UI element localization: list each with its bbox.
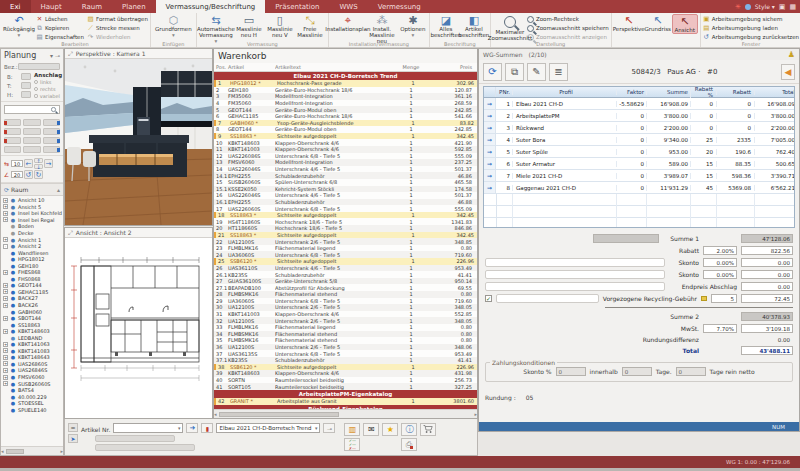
scroll-left-icon[interactable]: ◂ (1, 448, 4, 454)
tage-input[interactable]: 0 (676, 367, 706, 376)
table-row[interactable]: 34 FLMBSMK16 Flächenmaterial stehend 1 0… (214, 331, 477, 338)
rotate-step-input[interactable]: 20 (11, 171, 23, 178)
document-info-button[interactable]: ⓘ (401, 423, 417, 436)
rotate-ccw-button[interactable]: ↺ (24, 170, 33, 179)
scroll-up-icon[interactable]: ▴ (57, 186, 60, 193)
ribbon-tab[interactable]: Vermessung (368, 0, 431, 13)
placement-button[interactable] (23, 128, 40, 135)
pin-icon[interactable]: ⊸ (55, 52, 60, 59)
installationsplan-button[interactable]: ⌖ Installationsplan (331, 14, 365, 32)
recycling-qty-input[interactable]: 5 (711, 294, 737, 303)
table-row[interactable]: 19 HS4T11860S Hochschrank 18/6 - Tiefe 5… (214, 218, 477, 225)
dimension-line-h-button[interactable]: ▭ Masslinie neu H (233, 14, 265, 38)
workspace-save-button[interactable]: ▣Arbeitsumgebung sichern (703, 15, 799, 23)
table-row[interactable]: 38 SSB6120 * Sichtseite aufgedoppelt 1 2… (214, 364, 477, 371)
expand-icon[interactable]: + (3, 355, 8, 360)
expand-icon[interactable]: + (3, 211, 8, 216)
apply-article-button[interactable]: ➜ (186, 423, 198, 433)
viewport-resize-icon[interactable]: ⤢ (68, 50, 73, 58)
table-row[interactable]: 42 GRANIT * Arbeitsplatte aus Granit 1 3… (214, 398, 477, 405)
catalog-book-button[interactable]: ▥ (344, 423, 360, 436)
table-row[interactable]: → 3 Rückwand 0 2'200.00 0 0 2'200.00 (484, 122, 794, 134)
expand-icon[interactable]: + (3, 237, 8, 242)
redo-button[interactable]: ↷Wiederholen (87, 33, 148, 41)
measure-distance-button[interactable]: ⟋Strecke messen (87, 24, 148, 32)
delete-button[interactable]: ✕Löschen (36, 15, 84, 23)
expand-icon[interactable]: + (3, 329, 8, 334)
grundriss-button[interactable]: ↖ Grundriss (644, 14, 672, 32)
expand-icon[interactable]: + (3, 289, 8, 294)
skonto-percent-input[interactable]: 0 (556, 367, 586, 376)
expand-icon[interactable]: + (3, 316, 8, 321)
table-row[interactable]: 16 UAS226046S Unterschrank 4/6 - Tiefe 5… (214, 192, 477, 199)
placement-button[interactable] (4, 146, 21, 153)
cart-button[interactable] (420, 423, 436, 436)
scroll-left-icon[interactable]: ◂ (214, 411, 217, 417)
skonto1-percent-input[interactable]: 0.00% (703, 258, 737, 267)
placement-button[interactable] (4, 137, 21, 144)
endpreis-text-field[interactable] (485, 282, 665, 291)
catalog-select[interactable]: Elbau 2021 CH-D-Borretsch Trend▾ (216, 423, 320, 433)
col-rabatt-prozent[interactable]: Rabatt % (690, 86, 716, 98)
expand-icon[interactable]: + (3, 296, 8, 301)
account-icon[interactable] (745, 4, 751, 10)
expand-icon[interactable]: + (3, 270, 8, 275)
expand-icon[interactable]: + (3, 217, 8, 222)
expand-icon[interactable]: + (3, 361, 8, 366)
rotate-cw-button[interactable]: ↻ (34, 170, 43, 179)
scrollbar-thumb[interactable] (6, 449, 24, 454)
table-row[interactable]: 16.1 EPH2255 Schubladenzubehör 1 46.88 (214, 199, 477, 206)
scroll-right-icon[interactable]: ▸ (474, 411, 477, 417)
table-row[interactable]: 6 GEHAC1185 Geräte-Euro-Hochschrank 18/6… (214, 113, 477, 120)
col-pos[interactable]: Pos. (214, 64, 228, 70)
table-row[interactable]: → 4 Suter Bora 0 9'340.00 25 2335 7'005.… (484, 134, 794, 146)
article-search-input[interactable] (4, 105, 60, 114)
row-arrow-icon[interactable]: → (484, 170, 496, 181)
move-step-input[interactable]: 10 (11, 160, 23, 167)
col-preis[interactable]: Preis (431, 64, 475, 70)
back-arrow-button[interactable]: ◀ (781, 64, 795, 80)
table-row[interactable]: 15 SUSB26060S Spülen-Unterschrank 6/8 1 … (214, 179, 477, 186)
col-artikel[interactable]: Artikel (228, 64, 275, 70)
table-row[interactable]: 1 HPG18012 * Hochschrank-Pass gerade 1 3… (214, 80, 477, 87)
perspektive-button[interactable]: ↖ Perspektive (614, 14, 644, 32)
3d-kitchen-render[interactable] (65, 59, 212, 225)
grundformen-button[interactable]: ⬡ Grundformen▾ (156, 14, 190, 38)
checklist-button[interactable]: ✓—✓—✗— (344, 438, 360, 451)
col-profil[interactable]: Profil (512, 89, 616, 95)
table-row[interactable]: 24 UA36060S Unterschrank 6/8 - Tiefe 5 1… (214, 251, 477, 258)
table-row[interactable]: 17 UAS226060S Unterschrank 6/8 - Tiefe 5… (214, 205, 477, 212)
table-row[interactable]: 12 UAS226086S Unterschrank 6/8 - Tiefe 5… (214, 153, 477, 160)
table-row[interactable]: 30 UA12100S Unterschrank 2/6 - Tiefe 5 1… (214, 304, 477, 311)
dimension-line-v-button[interactable]: ▯ Masslinie neu V (265, 14, 295, 38)
edit-document-button[interactable]: ✎ (527, 63, 546, 81)
table-row[interactable]: → 2 ArbeitsplattePM 0 3'800.00 0 0 3'800… (484, 110, 794, 122)
table-row[interactable]: 5 GEOT144 Geräte-Euro-Modul oben 1 242.8… (214, 106, 477, 113)
radio-variabel[interactable]: variabel (34, 92, 60, 99)
table-row[interactable]: 9 SS18863 * Sichtseite aufgedoppelt 1 34… (214, 133, 477, 140)
b-field[interactable] (21, 73, 31, 80)
row-arrow-icon[interactable]: → (484, 110, 496, 121)
ribbon-tab[interactable]: Raum (72, 0, 112, 13)
row-arrow-icon[interactable]: → (484, 98, 496, 109)
placement-button[interactable] (4, 128, 21, 135)
tree-item[interactable]: ● SPUELE140 (3, 407, 63, 414)
expand-icon[interactable]: + (3, 283, 8, 288)
expand-icon[interactable]: + (3, 381, 8, 386)
move-down-button[interactable]: ↓ (34, 164, 43, 169)
table-row[interactable]: 40 SORTN Raumteilersockel beidseitig 1 2… (214, 377, 477, 384)
placement-button[interactable] (23, 137, 40, 144)
table-row[interactable]: 27 GUAS36100S Geräte-Unterschrank 5/8 1 … (214, 278, 477, 285)
ruler-tool-button[interactable]: ▮ (201, 423, 213, 433)
format-painter-button[interactable]: ▨Format übertragen (87, 15, 148, 23)
recycling-checkbox[interactable]: ✓ (485, 295, 492, 302)
expand-icon[interactable]: + (3, 348, 8, 353)
copy-button[interactable]: ⧉Kopieren (36, 24, 84, 32)
chevron-down-icon[interactable]: ▾ (50, 52, 53, 59)
table-row[interactable]: 18 SS18863 * Sichtseite aufgedoppelt 1 3… (214, 212, 477, 219)
label-all-button[interactable]: ◪ Alles beschriften (432, 14, 460, 38)
print-document-button[interactable]: ⎙ (401, 438, 417, 451)
table-row[interactable]: 37 UAS36135S Unterschrank 6/8 - Tiefe 5 … (214, 350, 477, 357)
col-rabatt[interactable]: Rabatt (716, 89, 754, 95)
skonto2-percent-input[interactable]: 0.00% (703, 270, 737, 279)
